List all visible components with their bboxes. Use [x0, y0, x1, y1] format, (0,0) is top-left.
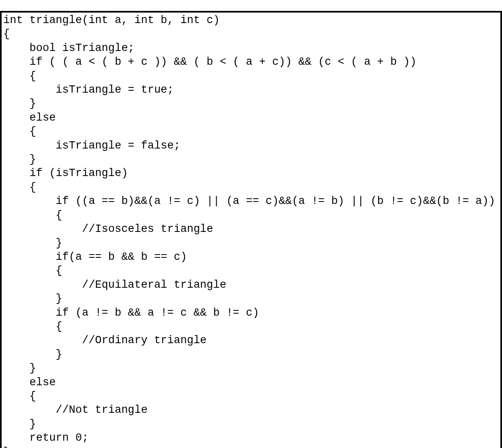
- code-listing: int triangle(int a, int b, int c) { bool…: [0, 11, 502, 448]
